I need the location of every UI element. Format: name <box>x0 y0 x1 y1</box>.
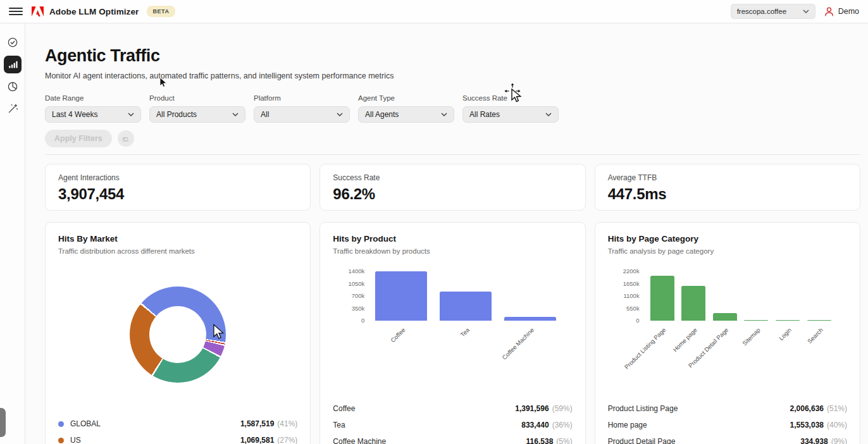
date-range-select[interactable]: Last 4 Weeks <box>45 106 141 123</box>
legend-row: Product Listing Page2,006,636(51%) <box>608 400 847 417</box>
legend-name: Coffee Machine <box>333 437 386 444</box>
legend-row: GLOBAL1,587,519(41%) <box>58 416 297 432</box>
legend-percent: (9%) <box>831 437 847 444</box>
y-axis-tick: 0 <box>335 317 364 324</box>
x-axis-label: Sitemap <box>741 326 761 347</box>
select-value: All Agents <box>365 110 399 119</box>
check-badge-icon <box>7 37 18 48</box>
product-select[interactable]: All Products <box>149 106 245 123</box>
plot-area: 0550k1100k1650k2200k Product Listing Pag… <box>648 271 833 321</box>
bar[interactable] <box>650 276 674 321</box>
sidebar-item-optimize[interactable] <box>4 100 22 118</box>
x-axis-label: Coffee Machine <box>500 326 535 361</box>
user-menu[interactable]: Demo <box>824 6 859 17</box>
bar[interactable] <box>375 271 427 321</box>
bar-chart-area: 0550k1100k1650k2200k Product Listing Pag… <box>608 255 847 399</box>
bar-column: Home page <box>681 271 705 321</box>
legend-row: Home page1,553,038(40%) <box>608 417 847 433</box>
filter-date-range: Date Range Last 4 Weeks <box>45 94 141 123</box>
y-axis: 0350k700k1050k1400k <box>340 271 369 321</box>
filter-product: Product All Products <box>149 94 245 123</box>
panel-pull-handle[interactable] <box>0 408 6 437</box>
bar-column: Search <box>807 271 831 321</box>
success-rate-select[interactable]: All Rates <box>462 106 559 123</box>
main-content: Agentic Traffic Monitor AI agent interac… <box>26 23 868 444</box>
metric-label: Agent Interactions <box>58 173 297 182</box>
app-title: Adobe LLM Optimizer <box>49 7 139 16</box>
legend-name: Product Detail Page <box>608 437 676 444</box>
y-axis-tick: 1650k <box>611 280 640 287</box>
y-axis-tick: 700k <box>335 292 364 299</box>
bar[interactable] <box>440 292 492 321</box>
y-axis-tick: 1400k <box>335 268 364 274</box>
x-axis-label: Search <box>805 326 824 345</box>
legend-percent: (5%) <box>556 437 572 444</box>
bar[interactable] <box>807 320 831 321</box>
agent-type-select[interactable]: All Agents <box>358 106 454 123</box>
legend-row: US1,069,581(27%) <box>58 432 297 444</box>
sidebar-item-check-badge[interactable] <box>4 34 22 51</box>
filter-label: Agent Type <box>358 94 454 102</box>
user-icon <box>824 6 834 17</box>
chart-title: Hits by Page Category <box>608 234 847 244</box>
page-category-legend: Product Listing Page2,006,636(51%)Home p… <box>608 400 847 444</box>
x-axis-label: Coffee <box>389 326 406 343</box>
revert-icon <box>121 135 130 143</box>
bar[interactable] <box>504 317 556 321</box>
bar[interactable] <box>713 313 737 321</box>
bar-column: Login <box>776 271 800 321</box>
y-axis-tick: 550k <box>611 305 640 312</box>
metric-label: Success Rate <box>333 173 572 182</box>
chevron-down-icon <box>128 113 134 117</box>
apply-filters-button[interactable]: Apply Filters <box>45 130 112 147</box>
plot-area: 0350k700k1050k1400k CoffeeTeaCoffee Mach… <box>373 271 558 321</box>
section-divider <box>45 154 860 155</box>
sidebar-item-reports[interactable] <box>4 78 22 96</box>
chart-subtitle: Traffic breakdown by products <box>333 247 572 255</box>
market-donut[interactable] <box>130 287 226 383</box>
legend-name: US <box>70 436 81 444</box>
bars: CoffeeTeaCoffee Machine <box>373 271 558 321</box>
legend-dot <box>58 421 64 427</box>
y-axis-tick: 2200k <box>611 268 640 274</box>
hamburger-menu-icon[interactable] <box>9 4 23 18</box>
x-axis-label: Login <box>778 326 793 342</box>
legend-value: 116,538 <box>526 437 554 444</box>
select-value: All <box>261 110 269 119</box>
x-axis-label: Tea <box>459 326 471 338</box>
page-subtitle: Monitor AI agent interactions, automated… <box>45 71 860 80</box>
market-legend: GLOBAL1,587,519(41%)US1,069,581(27%) <box>58 416 297 444</box>
chevron-down-icon <box>232 113 239 117</box>
site-selector-dropdown[interactable]: frescopa.coffee <box>731 4 815 19</box>
metric-label: Average TTFB <box>608 173 847 182</box>
reset-filters-button[interactable] <box>118 130 134 147</box>
legend-name: Tea <box>333 421 345 429</box>
bar[interactable] <box>744 320 768 321</box>
chart-title: Hits by Product <box>333 234 572 244</box>
bar[interactable] <box>776 320 800 321</box>
legend-value: 1,587,519 <box>240 419 274 428</box>
metric-value: 3,907,454 <box>58 185 297 203</box>
legend-name: Product Listing Page <box>608 404 678 413</box>
bar[interactable] <box>681 286 705 321</box>
platform-select[interactable]: All <box>254 106 350 123</box>
bar-column: Sitemap <box>744 271 768 321</box>
chart-card-hits-by-market: Hits By Market Traffic distribution acro… <box>45 222 311 444</box>
legend-percent: (51%) <box>827 404 847 413</box>
chart-subtitle: Traffic analysis by page category <box>608 247 847 255</box>
sidebar-item-analytics[interactable] <box>4 56 22 73</box>
chart-cards: Hits By Market Traffic distribution acro… <box>45 222 860 444</box>
y-axis: 0550k1100k1650k2200k <box>616 271 645 321</box>
metric-card-success-rate: Success Rate 96.2% <box>319 164 585 211</box>
x-axis-label: Home page <box>672 326 699 354</box>
filter-label: Product <box>149 94 245 102</box>
chart-subtitle: Traffic distribution across different ma… <box>58 247 297 255</box>
select-value: Last 4 Weeks <box>52 110 97 119</box>
donut-chart-area <box>58 255 297 414</box>
chart-card-hits-by-product: Hits by Product Traffic breakdown by pro… <box>319 222 585 444</box>
magic-wand-icon <box>7 103 18 114</box>
legend-percent: (41%) <box>277 419 297 428</box>
legend-name: GLOBAL <box>70 419 101 428</box>
legend-name: Home page <box>608 421 647 429</box>
user-name: Demo <box>838 7 859 16</box>
